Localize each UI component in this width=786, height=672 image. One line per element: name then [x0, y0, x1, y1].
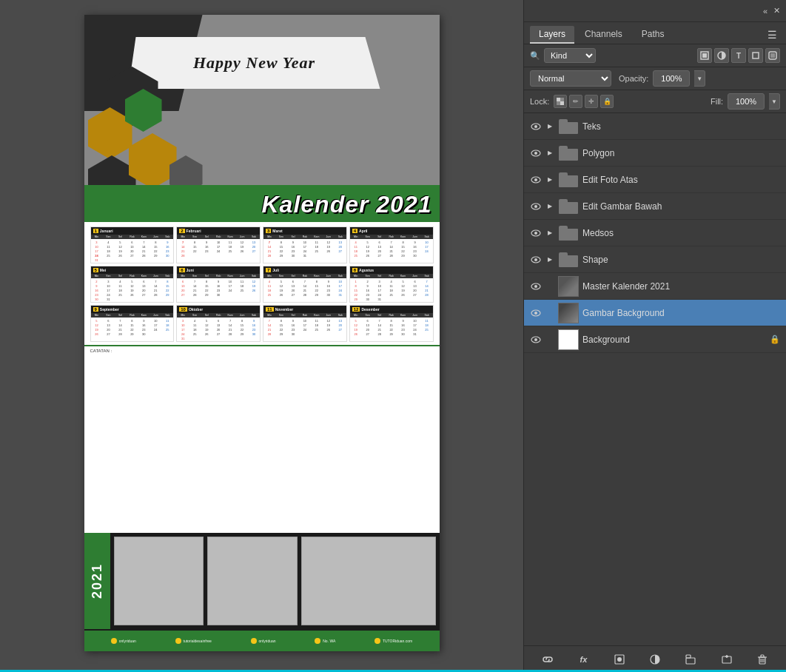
layer-item-gambar-background[interactable]: ▶ Gambar Background	[524, 300, 786, 326]
layer-name-teks: Teks	[582, 121, 780, 132]
panel-footer: fx	[524, 645, 786, 672]
lock-position-button[interactable]: ✛	[585, 95, 598, 108]
visibility-edit-gambar-bawah[interactable]	[530, 201, 542, 212]
lock-paint-button[interactable]: ✏	[569, 95, 582, 108]
expand-edit-foto-atas[interactable]: ▶	[545, 175, 554, 184]
shape-filter-button[interactable]	[748, 48, 763, 63]
month-juli: 7 Juli MinSenSelRabKamJumSab 45678910 11…	[263, 266, 347, 303]
collapse-panel-button[interactable]: «	[763, 7, 767, 16]
visibility-gambar-background[interactable]	[530, 307, 542, 319]
add-mask-button[interactable]	[611, 651, 628, 668]
thumb-background	[558, 329, 579, 350]
adjustment-icon	[717, 51, 726, 60]
svg-rect-5	[770, 53, 775, 58]
website-icon	[374, 638, 380, 644]
month-april: 4 April MinSenSelRabKamJumSab 45678910 1…	[349, 226, 434, 263]
layer-name-master-kalender: Master Kalender 2021	[582, 281, 780, 292]
layer-item-master-kalender[interactable]: ▶ Master Kalender 2021	[524, 273, 786, 300]
expand-teks[interactable]: ▶	[545, 122, 554, 131]
paint-icon: ✏	[573, 98, 579, 105]
thumb-teks	[558, 116, 579, 137]
eye-icon	[531, 256, 541, 263]
visibility-teks[interactable]	[530, 121, 542, 132]
fill-dropdown-arrow[interactable]: ▼	[769, 93, 780, 110]
expand-polygon[interactable]: ▶	[545, 149, 554, 158]
layer-name-background: Background	[582, 335, 766, 345]
svg-point-21	[534, 258, 537, 261]
blend-mode-row: Normal Multiply Screen Overlay Opacity: …	[524, 67, 786, 90]
twitter-icon	[251, 638, 257, 644]
thumb-gambar-background	[558, 303, 579, 323]
opacity-dropdown-arrow[interactable]: ▼	[694, 70, 705, 87]
month-februari: 2 Februari MinSenSelRabKamJumSab 7891011…	[176, 226, 261, 263]
document-footer: onlyriduan tutorialdesainfree onlyriduan…	[84, 631, 440, 651]
svg-point-11	[534, 125, 537, 128]
svg-point-13	[534, 152, 537, 155]
visibility-shape[interactable]	[530, 254, 542, 266]
layer-item-medsos[interactable]: ▶ Medsos	[524, 220, 786, 246]
svg-point-15	[534, 178, 537, 181]
svg-point-17	[534, 205, 537, 208]
expand-medsos[interactable]: ▶	[545, 229, 554, 238]
visibility-master-kalender[interactable]	[530, 280, 542, 292]
lock-all-button[interactable]: 🔒	[600, 95, 614, 108]
eye-icon	[531, 336, 541, 343]
layer-item-shape[interactable]: ▶ Shape	[524, 246, 786, 273]
fill-label: Fill:	[711, 97, 723, 106]
eye-icon	[531, 123, 541, 130]
notes-section: CATATAN :	[84, 345, 440, 355]
layer-item-teks[interactable]: ▶ Teks	[524, 113, 786, 140]
svg-rect-8	[560, 98, 564, 101]
layer-item-edit-foto-atas[interactable]: ▶ Edit Foto Atas	[524, 167, 786, 193]
link-effects-button[interactable]	[540, 651, 556, 668]
layer-name-shape: Shape	[582, 255, 780, 265]
pixel-filter-button[interactable]	[697, 48, 712, 63]
expand-edit-gambar-bawah[interactable]: ▶	[545, 202, 554, 211]
tab-paths[interactable]: Paths	[633, 26, 674, 44]
opacity-label: Opacity:	[619, 74, 648, 83]
delete-layer-button[interactable]	[754, 651, 770, 668]
tab-channels[interactable]: Channels	[576, 26, 631, 44]
photo-thumb-2	[207, 537, 298, 625]
new-group-button[interactable]	[682, 651, 699, 668]
new-adjustment-button[interactable]	[647, 651, 663, 668]
new-layer-button[interactable]	[719, 651, 735, 668]
search-icon: 🔍	[530, 51, 540, 61]
layer-item-polygon[interactable]: ▶ Polygon	[524, 140, 786, 167]
adjustment-filter-button[interactable]	[714, 48, 729, 63]
month-juni: 6 Juni MinSenSelRabKamJumSab 6789101112 …	[176, 266, 261, 303]
month-mei: 5 Mei MinSenSelRabKamJumSab 2345678 9101…	[90, 266, 175, 303]
layer-item-background[interactable]: ▶ Background 🔒	[524, 326, 786, 353]
expand-shape[interactable]: ▶	[545, 255, 554, 264]
link-icon	[543, 654, 553, 665]
svg-rect-9	[557, 101, 560, 105]
layer-name-polygon: Polygon	[582, 148, 780, 158]
pixel-icon	[700, 51, 709, 60]
fx-button[interactable]: fx	[575, 651, 591, 668]
layer-item-edit-gambar-bawah[interactable]: ▶ Edit Gambar Bawah	[524, 193, 786, 220]
filter-kind-select[interactable]: Kind	[544, 48, 596, 63]
panel-menu-button[interactable]: ☰	[765, 26, 780, 44]
svg-point-19	[534, 232, 537, 235]
month-agustus: 8 Agustus MinSenSelRabKamJumSab 1234567 …	[349, 266, 434, 303]
visibility-polygon[interactable]	[530, 147, 542, 159]
thumb-polygon	[558, 143, 579, 164]
tab-layers[interactable]: Layers	[530, 26, 574, 44]
fill-input[interactable]	[728, 93, 765, 110]
smart-filter-button[interactable]	[765, 48, 780, 63]
close-panel-button[interactable]: ✕	[773, 6, 780, 16]
visibility-medsos[interactable]	[530, 227, 542, 239]
layer-name-edit-gambar-bawah: Edit Gambar Bawah	[582, 201, 780, 212]
visibility-edit-foto-atas[interactable]	[530, 174, 542, 186]
opacity-input[interactable]	[653, 70, 690, 87]
visibility-background[interactable]	[530, 334, 542, 346]
svg-point-27	[534, 338, 537, 341]
lock-row: Lock: ✏ ✛ 🔒 Fill: ▼	[524, 90, 786, 113]
footer-facebook: tutorialdesainfree	[175, 638, 212, 644]
type-icon: T	[736, 52, 741, 60]
layer-name-medsos: Medsos	[582, 228, 780, 238]
lock-transparent-button[interactable]	[554, 95, 567, 108]
blend-mode-select[interactable]: Normal Multiply Screen Overlay	[530, 70, 611, 87]
type-filter-button[interactable]: T	[731, 48, 746, 63]
footer-instagram: onlyriduan	[111, 638, 136, 644]
